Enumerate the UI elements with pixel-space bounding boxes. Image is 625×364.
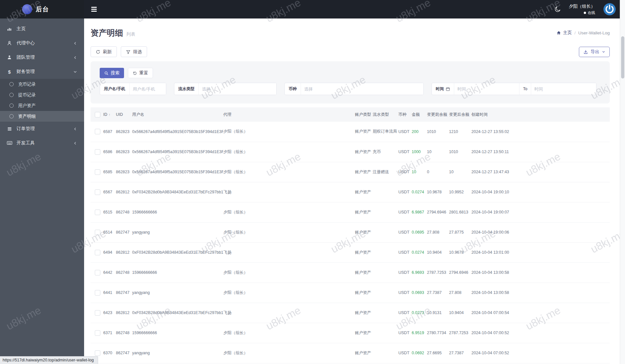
time-to-input[interactable]	[531, 83, 596, 95]
cell-agent: 飞扬	[223, 182, 355, 202]
cell-currency: USDT	[398, 202, 412, 222]
cell-username: yangyang	[132, 283, 223, 303]
row-checkbox[interactable]	[95, 290, 100, 296]
chevron-left-icon	[73, 42, 77, 45]
circle-icon	[9, 114, 14, 118]
cell-amount: 0.0692	[412, 343, 427, 363]
cell-before-balance: 27.7387	[427, 283, 449, 303]
logout-power-icon[interactable]	[603, 3, 616, 16]
table-row[interactable]: 6587 862823 0x566267a4df8549f5a3915E075B…	[91, 122, 610, 142]
time-from-input[interactable]	[454, 83, 519, 95]
row-checkbox[interactable]	[95, 330, 100, 336]
column-amount: 金额	[412, 107, 427, 122]
vertical-scrollbar[interactable]	[620, 0, 625, 364]
sidebar-subitem-label: 用户资产	[18, 103, 36, 109]
sidebar-item-home[interactable]: 主页	[0, 22, 84, 36]
sidebar-item-finance-management[interactable]: $ 财务管理	[0, 65, 84, 79]
cell-flow-type	[373, 303, 398, 323]
header-checkbox-cell	[91, 107, 103, 122]
sidebar-item-deposit-records[interactable]: 充币记录	[0, 79, 84, 90]
refresh-button[interactable]: 刷新	[91, 46, 117, 57]
sidebar-item-dev-tools[interactable]: 开发工具	[0, 136, 84, 150]
sidebar-item-user-assets[interactable]: 用户资产	[0, 100, 84, 111]
cell-created-time: 2024-12-27 13:50:11	[471, 142, 610, 162]
sidebar-item-order-management[interactable]: 订单管理	[0, 122, 84, 136]
sort-asc-icon[interactable]: ↑	[109, 113, 111, 116]
row-checkbox[interactable]	[95, 169, 100, 175]
bar-chart-icon	[6, 26, 12, 31]
row-checkbox[interactable]	[95, 250, 100, 255]
sidebar-item-withdraw-records[interactable]: 提币记录	[0, 90, 84, 100]
table-row[interactable]: 6567 862812 0xF0342B28d0bA9B34843EeEd31E…	[91, 182, 610, 202]
table-row[interactable]: 6515 862748 15966666666 夕阳（组长） 账户资产 USDT…	[91, 202, 610, 222]
cell-uid: 862823	[116, 122, 132, 142]
currency-select[interactable]	[301, 83, 423, 95]
select-all-checkbox[interactable]	[95, 112, 100, 117]
row-checkbox[interactable]	[95, 189, 100, 195]
search-button[interactable]: 搜索	[100, 68, 124, 78]
cell-amount: 6.9867	[412, 202, 427, 222]
cell-username: 0xF0342B28d0bA9B34843EeEd31E7bEFc297bb1d…	[132, 242, 223, 262]
sidebar-item-asset-details[interactable]: 资产明细	[0, 111, 84, 122]
table-row[interactable]: 6370 862747 yangyang 夕阳（组长） 账户资产 USDT 0.…	[91, 343, 610, 363]
dark-mode-toggle-moon-icon[interactable]	[554, 6, 561, 13]
cell-before-balance: 2787.7253	[427, 262, 449, 283]
cell-id: 6585	[103, 162, 116, 182]
table-row[interactable]: 6442 862748 15966666666 夕阳（组长） 账户资产 USDT…	[91, 262, 610, 283]
cell-amount: 6.9693	[412, 262, 427, 283]
cell-uid: 862748	[116, 323, 132, 343]
filter-fields: 用户名/手机 流水类型 币种 时间	[100, 83, 601, 95]
chevron-left-icon	[73, 56, 77, 59]
column-uid: UID	[116, 107, 132, 122]
table-row[interactable]: 6494 862812 0xF0342B28d0bA9B34843EeEd31E…	[91, 242, 610, 262]
table-row[interactable]: 6586 862823 0x566267a4df8549f5a3915E075B…	[91, 142, 610, 162]
cell-currency: USDT	[398, 142, 412, 162]
cell-created-time: 2024-10-04 13:00:58	[471, 283, 610, 303]
table-row[interactable]: 6514 862747 yangyang 夕阳（组长） 账户资产 USDT 0.…	[91, 222, 610, 242]
cell-currency: USDT	[398, 262, 412, 283]
filter-button[interactable]: 筛选	[121, 46, 147, 57]
row-checkbox[interactable]	[95, 270, 100, 275]
row-checkbox[interactable]	[95, 210, 100, 215]
cell-uid: 862747	[116, 283, 132, 303]
flow-type-select[interactable]	[198, 83, 276, 95]
breadcrumb-home-link[interactable]: 主页	[556, 30, 572, 36]
filter-username-label: 用户名/手机	[100, 83, 129, 95]
filter-username: 用户名/手机	[100, 83, 166, 95]
row-checkbox[interactable]	[95, 129, 100, 134]
scrollbar-thumb[interactable]	[621, 36, 624, 79]
row-checkbox[interactable]	[95, 350, 100, 356]
sidebar-item-agent-center[interactable]: 代理中心	[0, 36, 84, 50]
cell-agent: 夕阳（组长）	[223, 142, 355, 162]
filter-time-range: 时间 To	[431, 83, 596, 95]
export-button[interactable]: 导出	[579, 47, 610, 57]
cell-uid: 862747	[116, 222, 132, 242]
row-checkbox-cell	[91, 222, 103, 242]
cell-agent: 夕阳（组长）	[223, 283, 355, 303]
sidebar-toggle-button[interactable]	[91, 7, 97, 11]
table-row[interactable]: 6423 862812 0xF0342B28d0bA9B34843EeEd31E…	[91, 303, 610, 323]
user-menu[interactable]: 夕阳（组长） 在线	[569, 4, 595, 15]
cell-after-balance: 1210	[449, 122, 471, 142]
cell-agent: 夕阳（组长）	[223, 202, 355, 222]
reset-button[interactable]: 重置	[128, 68, 153, 78]
brand[interactable]: 后台	[0, 0, 84, 18]
team-icon	[6, 55, 12, 60]
cell-agent: 夕阳（组长）	[223, 122, 355, 142]
cell-before-balance: 10.9404	[427, 242, 449, 262]
cell-id: 6514	[103, 222, 116, 242]
cell-agent: 夕阳（组长）	[223, 323, 355, 343]
sidebar-item-team-management[interactable]: 团队管理	[0, 50, 84, 65]
table-row[interactable]: 6441 862747 yangyang 夕阳（组长） 账户资产 USDT 0.…	[91, 283, 610, 303]
row-checkbox[interactable]	[95, 230, 100, 235]
cell-after-balance: 1010	[449, 142, 471, 162]
row-checkbox[interactable]	[95, 310, 100, 316]
cell-after-balance: 27.7387	[449, 343, 471, 363]
cell-amount: 0.0274	[412, 182, 427, 202]
row-checkbox[interactable]	[95, 149, 100, 155]
table-row[interactable]: 6371 862748 15966666666 夕阳（组长） 账户资产 USDT…	[91, 323, 610, 343]
calendar-icon	[446, 87, 450, 91]
table-row[interactable]: 6585 862823 0x566267a4df8549f5a3915E075B…	[91, 162, 610, 182]
cell-amount: 0.0273	[412, 303, 427, 323]
username-input[interactable]	[129, 83, 166, 95]
